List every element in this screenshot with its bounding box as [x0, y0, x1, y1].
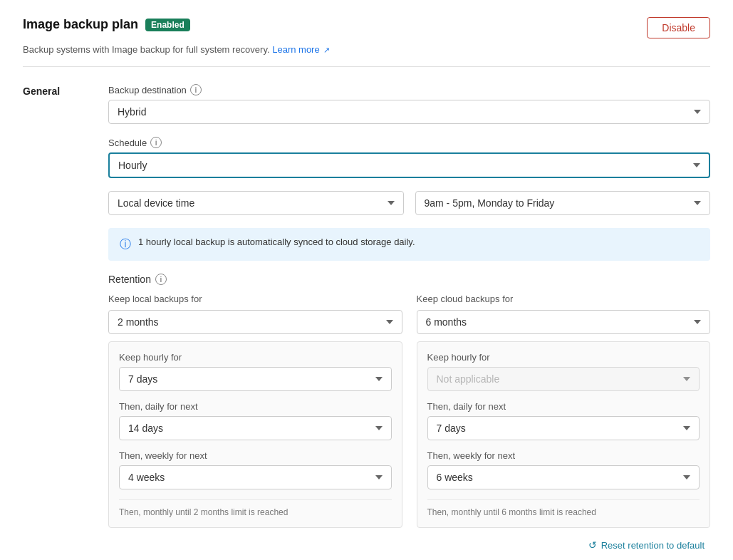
schedule-select[interactable]: Hourly Daily Weekly	[108, 152, 710, 178]
cloud-keep-hourly-label: Keep hourly for	[427, 352, 700, 363]
backup-destination-label: Backup destination i	[108, 84, 710, 95]
retention-cloud-col: Keep cloud backups for 6 months 3 months…	[417, 294, 711, 528]
backup-destination-info-icon[interactable]: i	[190, 84, 202, 95]
backup-destination-group: Backup destination i Hybrid Local only C…	[108, 84, 710, 124]
keep-local-select[interactable]: 2 months 1 month 3 months	[108, 310, 402, 334]
info-banner-icon: ⓘ	[120, 237, 131, 252]
keep-cloud-select[interactable]: 6 months 3 months 12 months	[417, 310, 711, 334]
retention-local-col: Keep local backups for 2 months 1 month …	[108, 294, 402, 528]
page-subtitle: Backup systems with Image backup for ful…	[23, 44, 710, 55]
cloud-weekly-label: Then, weekly for next	[427, 450, 700, 461]
reset-icon: ↺	[588, 539, 597, 551]
cloud-weekly-row: Then, weekly for next 6 weeks 4 weeks 8 …	[427, 450, 700, 489]
retention-label: Retention i	[108, 274, 710, 285]
cloud-weekly-select[interactable]: 6 weeks 4 weeks 8 weeks	[427, 465, 700, 489]
local-keep-hourly-label: Keep hourly for	[119, 352, 392, 363]
local-keep-hourly-row: Keep hourly for 7 days 3 days 14 days	[119, 352, 392, 391]
local-daily-label: Then, daily for next	[119, 401, 392, 412]
general-section-label: General	[23, 84, 108, 551]
local-daily-row: Then, daily for next 14 days 7 days 30 d…	[119, 401, 392, 440]
local-sub-box: Keep hourly for 7 days 3 days 14 days Th…	[108, 341, 402, 528]
section-divider	[23, 66, 710, 67]
cloud-sub-box: Keep hourly for Not applicable Then, dai…	[417, 341, 711, 528]
schedule-info-icon[interactable]: i	[150, 137, 162, 148]
time-row: Local device time UTC 9am - 5pm, Monday …	[108, 191, 710, 215]
cloud-keep-hourly-select[interactable]: Not applicable	[427, 367, 700, 391]
local-monthly-note: Then, monthly until 2 months limit is re…	[119, 499, 392, 517]
schedule-group: Schedule i Hourly Daily Weekly	[108, 137, 710, 178]
local-daily-select[interactable]: 14 days 7 days 30 days	[119, 416, 392, 440]
page-title: Image backup plan	[23, 17, 138, 32]
cloud-keep-hourly-row: Keep hourly for Not applicable	[427, 352, 700, 391]
keep-local-label: Keep local backups for	[108, 294, 402, 304]
retention-columns: Keep local backups for 2 months 1 month …	[108, 294, 710, 528]
cloud-daily-label: Then, daily for next	[427, 401, 700, 412]
disable-button[interactable]: Disable	[647, 17, 710, 38]
timezone-select[interactable]: Local device time UTC	[108, 191, 404, 215]
retention-section: Retention i Keep local backups for 2 mon…	[108, 274, 710, 551]
status-badge: Enabled	[145, 19, 190, 31]
keep-cloud-label: Keep cloud backups for	[417, 294, 711, 304]
reset-retention-link[interactable]: ↺ Reset retention to default	[588, 539, 705, 551]
cloud-daily-select[interactable]: 7 days 14 days 30 days	[427, 416, 700, 440]
external-link-icon: ↗	[323, 46, 330, 55]
local-weekly-label: Then, weekly for next	[119, 450, 392, 461]
local-weekly-select[interactable]: 4 weeks 2 weeks 8 weeks	[119, 465, 392, 489]
local-weekly-row: Then, weekly for next 4 weeks 2 weeks 8 …	[119, 450, 392, 489]
retention-info-icon[interactable]: i	[155, 274, 167, 285]
info-banner: ⓘ 1 hourly local backup is automatically…	[108, 228, 710, 261]
time-window-select[interactable]: 9am - 5pm, Monday to Friday All day, eve…	[415, 191, 711, 215]
cloud-daily-row: Then, daily for next 7 days 14 days 30 d…	[427, 401, 700, 440]
schedule-label: Schedule i	[108, 137, 710, 148]
local-keep-hourly-select[interactable]: 7 days 3 days 14 days	[119, 367, 392, 391]
reset-row: ↺ Reset retention to default	[108, 539, 710, 551]
learn-more-link[interactable]: Learn more	[272, 44, 319, 55]
backup-destination-select[interactable]: Hybrid Local only Cloud only	[108, 100, 710, 124]
cloud-monthly-note: Then, monthly until 6 months limit is re…	[427, 499, 700, 517]
